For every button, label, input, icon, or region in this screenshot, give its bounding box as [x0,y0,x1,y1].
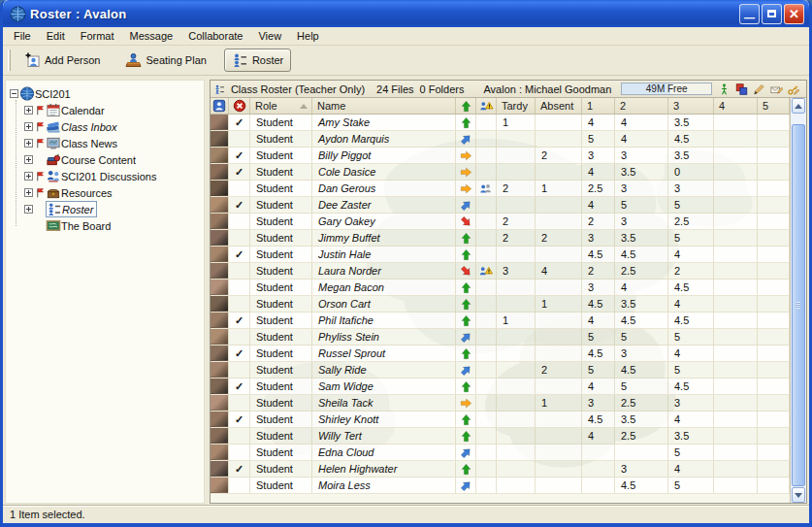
roster-row-amy-stake[interactable]: ✓StudentAmy Stake1443.5 [211,115,790,131]
column-header-grade-5[interactable]: 5 [758,98,790,114]
student-photo[interactable] [211,263,229,280]
layers-icon[interactable] [735,82,748,96]
student-photo[interactable] [211,148,229,164]
expand-icon[interactable] [24,188,33,197]
student-photo[interactable] [211,346,229,362]
mail-edit-icon[interactable] [770,82,783,96]
add-person-button[interactable]: Add Person [16,49,108,72]
roster-row-justin-hale[interactable]: ✓StudentJustin Hale4.54.54 [211,247,790,263]
student-photo[interactable] [211,362,229,379]
menu-format[interactable]: Format [73,28,122,44]
expand-icon[interactable] [24,155,33,164]
maximize-button[interactable] [762,4,782,24]
roster-row-russel-sprout[interactable]: ✓StudentRussel Sprout4.534 [211,346,790,362]
sidebar-item-course-content[interactable]: Course Content [6,151,204,168]
expand-icon[interactable] [24,205,33,214]
expand-icon[interactable] [24,172,33,181]
roster-button[interactable]: Roster [224,49,291,72]
column-header-trend[interactable] [456,98,476,114]
sidebar-item-calendar[interactable]: Calendar [6,102,204,118]
vertical-scrollbar[interactable] [790,98,806,503]
scroll-up-button[interactable] [792,98,805,114]
column-header-grade-3[interactable]: 3 [668,98,714,114]
column-header-absent[interactable]: Absent [536,98,582,114]
student-photo[interactable] [211,313,229,329]
student-photo[interactable] [211,230,229,247]
menu-file[interactable]: File [6,28,39,44]
student-photo[interactable] [211,280,229,296]
student-photo[interactable] [211,296,229,313]
sidebar-item-the-board[interactable]: The Board [6,217,204,234]
student-photo[interactable] [211,445,229,461]
roster-row-sally-ride[interactable]: StudentSally Ride254.55 [211,362,790,379]
roster-row-willy-tert[interactable]: StudentWilly Tert42.53.5 [211,428,790,445]
tree-expander[interactable] [22,172,34,181]
tree-expander[interactable] [22,155,34,164]
sidebar-item-class-inbox[interactable]: Class Inbox [6,118,204,135]
student-photo[interactable] [211,428,229,445]
menu-help[interactable]: Help [289,28,327,44]
key-edit-icon[interactable] [788,82,800,96]
toolbar-grip[interactable] [8,49,11,71]
roster-row-dan-gerous[interactable]: StudentDan Gerous212.533 [211,181,790,197]
roster-row-aydon-marquis[interactable]: StudentAydon Marquis544.5 [211,131,790,148]
roster-row-laura-norder[interactable]: StudentLaura Norder3422.52 [211,263,790,280]
title-bar[interactable]: Roster : Avalon — ✕ [3,0,809,27]
column-header-grade-1[interactable]: 1 [582,98,615,114]
tree-expander[interactable] [22,205,34,214]
seating-plan-button[interactable]: Seating Plan [117,49,213,72]
student-photo[interactable] [211,164,229,181]
scrollbar-thumb[interactable] [792,124,805,486]
roster-row-edna-cloud[interactable]: StudentEdna Cloud5 [211,445,790,461]
roster-row-orson-cart[interactable]: StudentOrson Cart14.53.54 [211,296,790,313]
roster-row-sam-widge[interactable]: ✓StudentSam Widge454.5 [211,379,790,395]
student-photo[interactable] [211,395,229,412]
roster-row-phyliss-stein[interactable]: StudentPhyliss Stein555 [211,329,790,346]
roster-row-megan-bacon[interactable]: StudentMegan Bacon344.5 [211,280,790,296]
student-photo[interactable] [211,412,229,428]
student-photo[interactable] [211,214,229,230]
roster-row-moira-less[interactable]: StudentMoira Less4.55 [211,478,790,494]
tree-expander[interactable] [22,106,34,115]
sidebar-item-sci201-discussions[interactable]: SCI201 Discussions [6,168,204,184]
scroll-down-button[interactable] [792,487,805,503]
tree-expander[interactable] [8,89,19,98]
roster-row-shirley-knott[interactable]: ✓StudentShirley Knott4.53.54 [211,412,790,428]
column-header-grade-2[interactable]: 2 [615,98,668,114]
student-photo[interactable] [211,181,229,197]
roster-row-helen-highwater[interactable]: ✓StudentHelen Highwater34 [211,461,790,478]
student-photo[interactable] [211,478,229,494]
menu-message[interactable]: Message [122,28,181,44]
column-header-role[interactable]: Role [250,98,312,114]
roster-row-sheila-tack[interactable]: StudentSheila Tack132.53 [211,395,790,412]
roster-row-cole-dasice[interactable]: ✓StudentCole Dasice43.50 [211,164,790,181]
student-photo[interactable] [211,131,229,148]
pencil-icon[interactable] [753,82,765,96]
column-header-photo[interactable] [211,98,229,114]
sidebar-item-resources[interactable]: Resources [6,184,204,201]
column-header-name[interactable]: Name [312,98,456,114]
tree-expander[interactable] [22,188,34,197]
tree-expander[interactable] [22,139,34,148]
student-photo[interactable] [211,461,229,478]
menu-view[interactable]: View [250,28,289,44]
roster-row-dee-zaster[interactable]: ✓StudentDee Zaster455 [211,197,790,214]
column-header-status[interactable] [229,98,250,114]
tree-expander[interactable] [22,122,34,131]
roster-row-phil-itafiche[interactable]: ✓StudentPhil Itafiche144.54.5 [211,313,790,329]
expand-icon[interactable] [24,139,33,148]
student-photo[interactable] [211,115,229,131]
sidebar-item-sci201[interactable]: SCI201 [6,85,204,102]
roster-row-gary-oakey[interactable]: StudentGary Oakey2232.5 [211,214,790,230]
student-photo[interactable] [211,197,229,214]
collapse-icon[interactable] [10,89,18,98]
expand-icon[interactable] [24,106,33,115]
student-photo[interactable] [211,379,229,395]
sidebar-item-roster[interactable]: Roster [6,201,204,217]
column-header-alert[interactable] [476,98,497,114]
student-photo[interactable] [211,329,229,346]
minimize-button[interactable]: — [739,4,760,24]
student-photo[interactable] [211,247,229,263]
expand-icon[interactable] [24,122,33,131]
roster-row-billy-piggot[interactable]: ✓StudentBilly Piggot2333.5 [211,148,790,164]
